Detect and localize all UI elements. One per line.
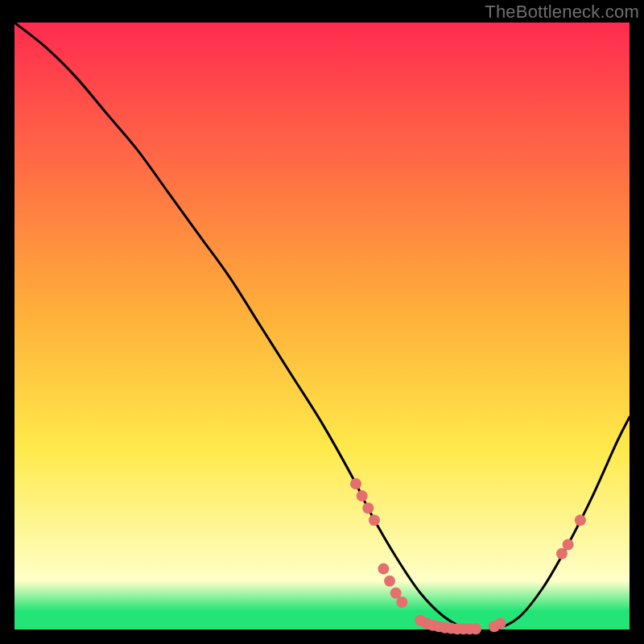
curve-marker — [369, 514, 380, 526]
chart-stage: TheBottleneck.com — [0, 0, 644, 644]
curve-marker — [384, 576, 395, 587]
curve-marker — [350, 478, 361, 489]
watermark-text: TheBottleneck.com — [485, 2, 639, 23]
curve-marker — [362, 502, 374, 514]
curve-marker — [563, 539, 574, 550]
curve-marker — [575, 514, 586, 526]
curve-marker — [470, 623, 481, 634]
curve-marker — [396, 597, 407, 608]
curve-marker — [378, 564, 389, 575]
curve-marker — [357, 490, 368, 502]
curve-marker — [495, 617, 506, 629]
chart-svg — [0, 0, 644, 644]
